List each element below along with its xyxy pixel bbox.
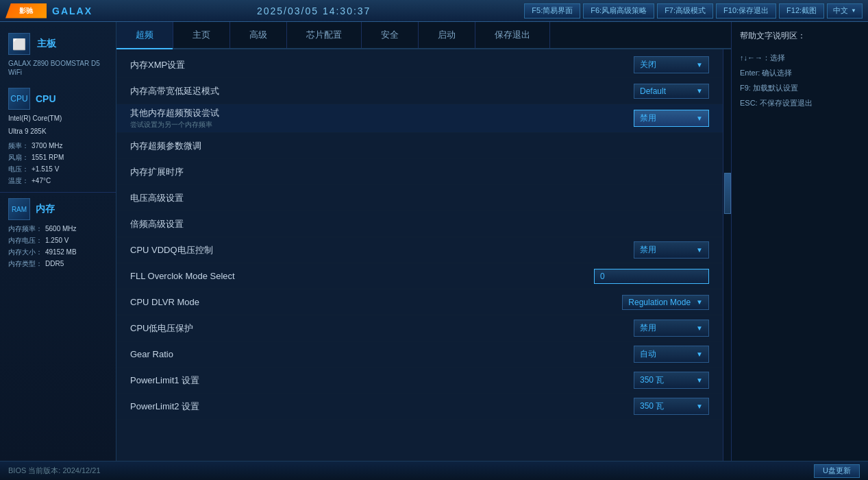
cpu-stat-freq: 频率：3700 MHz <box>8 140 108 152</box>
sidebar-ram-title: 内存 <box>36 203 55 215</box>
bios-version: BIOS 当前版本: 2024/12/21 <box>8 466 101 476</box>
f6-button[interactable]: F6:风扇高级策略 <box>583 3 654 19</box>
f7-button[interactable]: F7:高级模式 <box>657 3 713 19</box>
setting-other-oc[interactable]: 其他内存超频预设尝试 尝试设置为另一个内存频率 禁用 ▼ <box>116 104 723 133</box>
cpu-model: Ultra 9 285K <box>8 125 108 137</box>
ram-stat-freq: 内存频率：5600 MHz <box>8 223 108 235</box>
cpu-name: Intel(R) Core(TM) <box>8 112 108 124</box>
setting-xmp[interactable]: 内存XMP设置 关闭 ▼ <box>116 52 723 78</box>
cpu-header: CPU CPU <box>8 88 108 110</box>
scrollbar-track[interactable] <box>723 49 731 461</box>
low-voltage-dropdown[interactable]: 禁用 ▼ <box>634 320 709 337</box>
tab-save-exit[interactable]: 保存退出 <box>475 22 550 48</box>
cpu-stat-temp: 温度：+47°C <box>8 175 108 187</box>
help-title: 帮助文字说明区： <box>740 30 860 42</box>
setting-low-voltage-value: 禁用 ▼ <box>613 320 709 337</box>
setting-gear-ratio[interactable]: Gear Ratio 自动 ▼ <box>116 341 723 368</box>
help-content: ↑↓←→：选择 Enter: 确认选择 F9: 加载默认设置 ESC: 不保存设… <box>740 50 860 110</box>
main-layout: ⬜ 主板 GALAX Z890 BOOMSTAR D5 WiFi CPU CPU… <box>0 22 868 461</box>
setting-pl2[interactable]: PowerLimit2 设置 350 瓦 ▼ <box>116 394 723 420</box>
setting-low-voltage[interactable]: CPU低电压保护 禁用 ▼ <box>116 315 723 341</box>
topbar: 影驰 GALAX 2025/03/05 14:30:37 F5:简易界面 F6:… <box>0 0 868 22</box>
chevron-down-icon: ▼ <box>696 61 703 69</box>
cpu-stat-fan: 风扇：1551 RPM <box>8 152 108 163</box>
motherboard-icon: ⬜ <box>8 33 30 55</box>
chevron-down-icon: ▼ <box>696 324 703 332</box>
setting-pl1-value: 350 瓦 ▼ <box>613 372 709 389</box>
setting-multi-adv[interactable]: 倍频高级设置 <box>116 211 723 237</box>
setting-fll-mode[interactable]: FLL Overclok Mode Select <box>116 263 723 289</box>
setting-bandwidth-value: Default ▼ <box>613 84 709 99</box>
fll-mode-input[interactable] <box>594 269 709 284</box>
settings-list: 内存XMP设置 关闭 ▼ 内存高带宽低延迟模式 <box>116 49 723 461</box>
bandwidth-dropdown[interactable]: Default ▼ <box>634 84 709 99</box>
tab-chipset[interactable]: 芯片配置 <box>287 22 362 48</box>
usb-update-button[interactable]: U盘更新 <box>814 464 860 478</box>
setting-other-oc-sublabel: 尝试设置为另一个内存频率 <box>130 120 613 130</box>
setting-gear-ratio-label: Gear Ratio <box>130 349 613 359</box>
sidebar-cpu-title: CPU <box>36 93 56 104</box>
setting-mem-timing[interactable]: 内存扩展时序 <box>116 159 723 185</box>
setting-cpu-vddq[interactable]: CPU VDDQ电压控制 禁用 ▼ <box>116 237 723 263</box>
cpu-stat-voltage: 电压：+1.515 V <box>8 163 108 175</box>
setting-xmp-label: 内存XMP设置 <box>130 59 613 71</box>
setting-fll-mode-value <box>594 269 709 284</box>
logo: 影驰 GALAX <box>5 3 92 19</box>
setting-bandwidth[interactable]: 内存高带宽低延迟模式 Default ▼ <box>116 78 723 104</box>
gear-ratio-dropdown[interactable]: 自动 ▼ <box>634 346 709 363</box>
setting-bandwidth-label: 内存高带宽低延迟模式 <box>130 85 613 97</box>
other-oc-dropdown[interactable]: 禁用 ▼ <box>634 110 709 127</box>
brand-logo: 影驰 <box>5 3 47 19</box>
f10-button[interactable]: F10:保存退出 <box>716 3 776 19</box>
content-area: 超频 主页 高级 芯片配置 安全 启动 保存退出 内存XMP设置 关闭 <box>116 22 731 461</box>
pl2-dropdown[interactable]: 350 瓦 ▼ <box>634 398 709 415</box>
setting-pl1-label: PowerLimit1 设置 <box>130 374 613 387</box>
setting-dlvr-mode[interactable]: CPU DLVR Mode Regulation Mode ▼ <box>116 289 723 315</box>
setting-mem-param[interactable]: 内存超频参数微调 <box>116 133 723 159</box>
setting-other-oc-value: 禁用 ▼ <box>613 110 709 127</box>
help-line-3: F9: 加载默认设置 <box>740 80 860 95</box>
setting-fll-mode-label: FLL Overclok Mode Select <box>130 271 594 281</box>
setting-cpu-vddq-label: CPU VDDQ电压控制 <box>130 244 613 256</box>
help-panel: 帮助文字说明区： ↑↓←→：选择 Enter: 确认选择 F9: 加载默认设置 … <box>731 22 868 461</box>
cpu-stats: Intel(R) Core(TM) Ultra 9 285K 频率：3700 M… <box>8 112 108 187</box>
cpu-vddq-dropdown[interactable]: 禁用 ▼ <box>634 241 709 259</box>
f5-button[interactable]: F5:简易界面 <box>524 3 580 19</box>
tab-advanced[interactable]: 高级 <box>230 22 287 48</box>
help-line-1: ↑↓←→：选择 <box>740 50 860 65</box>
setting-gear-ratio-value: 自动 ▼ <box>613 346 709 363</box>
tab-overclock[interactable]: 超频 <box>116 22 173 48</box>
help-line-2: Enter: 确认选择 <box>740 65 860 80</box>
tab-boot[interactable]: 启动 <box>419 22 475 48</box>
sidebar-cpu-section: CPU CPU Intel(R) Core(TM) Ultra 9 285K 频… <box>0 82 116 193</box>
setting-voltage-adv[interactable]: 电压高级设置 <box>116 185 723 211</box>
datetime-display: 2025/03/05 14:30:37 <box>106 5 521 16</box>
tab-bar: 超频 主页 高级 芯片配置 安全 启动 保存退出 <box>116 22 731 49</box>
pl1-dropdown[interactable]: 350 瓦 ▼ <box>634 372 709 389</box>
f12-button[interactable]: F12:截图 <box>779 3 824 19</box>
setting-cpu-vddq-value: 禁用 ▼ <box>613 241 709 259</box>
setting-voltage-adv-label: 电压高级设置 <box>130 192 613 204</box>
ram-stat-type: 内存类型：DDR5 <box>8 258 108 269</box>
scrollbar-thumb[interactable] <box>724 173 731 214</box>
sidebar-motherboard-title: 主板 <box>37 38 56 50</box>
setting-pl2-label: PowerLimit2 设置 <box>130 400 613 413</box>
setting-mem-timing-label: 内存扩展时序 <box>130 166 613 178</box>
dlvr-mode-dropdown[interactable]: Regulation Mode ▼ <box>622 295 709 310</box>
chevron-down-icon: ▼ <box>696 246 703 254</box>
sidebar-ram-section: RAM 内存 内存频率：5600 MHz 内存电压：1.250 V 内存大小：4… <box>0 193 116 275</box>
language-selector[interactable]: 中文 ▼ <box>827 3 863 19</box>
ram-header: RAM 内存 <box>8 198 108 220</box>
chevron-down-icon: ▼ <box>696 115 703 122</box>
setting-pl1[interactable]: PowerLimit1 设置 350 瓦 ▼ <box>116 368 723 394</box>
setting-other-oc-label: 其他内存超频预设尝试 <box>130 107 613 119</box>
setting-xmp-value: 关闭 ▼ <box>613 56 709 73</box>
setting-multi-adv-label: 倍频高级设置 <box>130 218 613 230</box>
settings-wrapper: 内存XMP设置 关闭 ▼ 内存高带宽低延迟模式 <box>116 49 731 461</box>
xmp-dropdown[interactable]: 关闭 ▼ <box>634 56 709 73</box>
tab-home[interactable]: 主页 <box>173 22 230 48</box>
tab-security[interactable]: 安全 <box>362 22 419 48</box>
chevron-down-icon: ▼ <box>696 298 703 306</box>
ram-stat-voltage: 内存电压：1.250 V <box>8 235 108 246</box>
cpu-icon: CPU <box>8 88 30 110</box>
